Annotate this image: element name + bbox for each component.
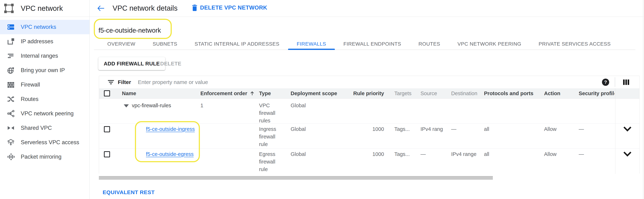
help-glyph: ?	[604, 79, 607, 85]
column-header-action[interactable]: Action	[544, 88, 560, 98]
product-title: VPC network	[21, 4, 63, 12]
shared-vpc-icon	[6, 124, 15, 132]
sidebar-item-label: VPC network peering	[21, 110, 74, 117]
page-title: VPC network details	[112, 4, 178, 12]
tab-vpc-network-peering[interactable]: VPC NETWORK PEERING	[449, 38, 530, 50]
cell-type: Egress firewall rule	[259, 150, 285, 173]
column-header-deployment-scope[interactable]: Deployment scope	[290, 88, 337, 98]
filter-icon	[107, 79, 114, 86]
tab-routes[interactable]: ROUTES	[410, 38, 449, 50]
filter-bar: Filter ?	[99, 76, 639, 88]
page-header: VPC network details DELETE VPC NETWORK	[90, 0, 644, 17]
cell-destination: —	[451, 125, 484, 133]
firewall-rule-link-egress[interactable]: f5-ce-outside-egress	[146, 151, 194, 157]
row-checkbox[interactable]	[104, 151, 110, 157]
tab-subnets[interactable]: SUBNETS	[144, 38, 186, 50]
cell-deployment-scope: Global	[290, 125, 330, 133]
sidebar-item-serverless-vpc-access[interactable]: Serverless VPC access	[0, 135, 90, 150]
cell-action: Allow	[544, 125, 575, 133]
column-header-enforcement-order[interactable]: Enforcement order	[200, 88, 255, 98]
column-header-source[interactable]: Source	[420, 88, 437, 98]
delete-vpc-network-label: DELETE VPC NETWORK	[200, 4, 267, 11]
cell-protocols-and-ports: all	[484, 125, 534, 133]
row-checkbox[interactable]	[104, 126, 110, 132]
sidebar-item-label: Serverless VPC access	[21, 139, 79, 146]
expand-row-chevron-icon[interactable]	[623, 151, 632, 157]
filter-input[interactable]	[138, 79, 408, 85]
cell-type: VPC firewall rules	[259, 102, 285, 124]
collapse-group-icon[interactable]	[124, 104, 129, 107]
cell-rule-priority: 1000	[339, 150, 384, 158]
expand-row-chevron-icon[interactable]	[623, 126, 632, 132]
column-display-icon[interactable]	[622, 79, 630, 86]
sidebar-item-routes[interactable]: Routes	[0, 92, 90, 106]
horizontal-scrollbar[interactable]	[99, 176, 493, 180]
column-header-targets[interactable]: Targets	[394, 88, 412, 98]
cell-deployment-scope: Global	[290, 102, 330, 109]
tab-overview[interactable]: OVERVIEW	[99, 38, 144, 50]
group-name: vpc-firewall-rules	[132, 102, 171, 109]
sidebar: VPC network VPC networks	[0, 0, 90, 199]
tab-static-internal-ip-addresses[interactable]: STATIC INTERNAL IP ADDRESSES	[186, 38, 288, 50]
trash-icon	[192, 4, 198, 11]
sidebar-item-firewall[interactable]: Firewall	[0, 77, 90, 92]
back-arrow-icon[interactable]	[97, 5, 105, 12]
sidebar-item-label: Packet mirroring	[21, 154, 62, 160]
table-row-f5-ce-outside-ingress: f5-ce-outside-ingress Ingress firewall r…	[99, 124, 639, 149]
cell-targets: Tags...	[394, 125, 420, 133]
cell-rule-priority: 1000	[339, 125, 384, 133]
routes-icon	[6, 95, 15, 103]
vpc-networks-icon	[6, 23, 15, 31]
tab-private-services-access[interactable]: PRIVATE SERVICES ACCESS	[530, 38, 620, 50]
cell-deployment-scope: Global	[290, 150, 330, 158]
firewall-rules-table: Filter ? Name Enforcement order Type Dep…	[99, 76, 640, 174]
cell-security-profile-group: —	[579, 125, 614, 133]
sidebar-item-internal-ranges[interactable]: Internal ranges	[0, 49, 90, 63]
column-header-protocols-and-ports[interactable]: Protocols and ports	[484, 88, 534, 98]
firewall-icon	[6, 80, 15, 89]
tab-firewall-endpoints[interactable]: FIREWALL ENDPOINTS	[335, 38, 410, 50]
ip-addresses-icon	[6, 37, 15, 46]
sidebar-item-vpc-network-peering[interactable]: VPC network peering	[0, 106, 90, 121]
column-header-security-profile-group[interactable]: Security profile gro	[579, 88, 614, 98]
toolbar-divider	[615, 77, 615, 87]
serverless-vpc-access-icon	[6, 138, 15, 147]
tab-firewalls[interactable]: FIREWALLS	[288, 38, 335, 50]
add-firewall-rule-button[interactable]: ADD FIREWALL RULE	[98, 57, 165, 70]
column-header-name[interactable]: Name	[122, 88, 136, 98]
column-header-destination[interactable]: Destination	[451, 88, 477, 98]
cell-targets: Tags...	[394, 150, 420, 158]
sidebar-item-vpc-networks[interactable]: VPC networks	[0, 20, 90, 34]
column-header-type[interactable]: Type	[259, 88, 271, 98]
table-row-group-vpc-firewall-rules: vpc-firewall-rules 1 VPC firewall rules …	[99, 99, 639, 124]
sort-ascending-icon	[250, 91, 255, 96]
equivalent-rest-link[interactable]: EQUIVALENT REST	[103, 189, 154, 196]
cell-source: IPv4 rang	[420, 125, 448, 133]
vpc-network-logo-icon	[4, 3, 14, 13]
vpc-network-details-page: VPC network VPC networks	[0, 0, 644, 199]
sidebar-item-shared-vpc[interactable]: Shared VPC	[0, 121, 90, 135]
sidebar-item-label: Firewall	[21, 81, 40, 88]
sidebar-item-ip-addresses[interactable]: IP addresses	[0, 34, 90, 49]
column-header-rule-priority[interactable]: Rule priority	[339, 88, 384, 98]
internal-ranges-icon	[6, 51, 15, 60]
sidebar-item-packet-mirroring[interactable]: Packet mirroring	[0, 150, 90, 164]
sidebar-item-label: Internal ranges	[21, 53, 58, 59]
table-header-row: Name Enforcement order Type Deployment s…	[99, 88, 639, 99]
help-icon[interactable]: ?	[602, 79, 609, 86]
cell-action: Allow	[544, 150, 575, 158]
sidebar-nav: VPC networks IP addresses Internal	[0, 20, 90, 164]
cell-security-profile-group: —	[579, 150, 614, 158]
network-name: f5-ce-outside-network	[98, 27, 161, 34]
vpc-network-peering-icon	[6, 109, 15, 118]
select-all-checkbox[interactable]	[104, 90, 110, 96]
firewall-rule-link-ingress[interactable]: f5-ce-outside-ingress	[146, 126, 195, 132]
cell-enforcement-order: 1	[200, 102, 203, 109]
cell-type: Ingress firewall rule	[259, 125, 285, 148]
sidebar-item-bring-your-own-ip[interactable]: Bring your own IP	[0, 63, 90, 77]
delete-rule-button[interactable]: DELETE	[160, 57, 181, 70]
bring-your-own-ip-icon	[6, 66, 15, 75]
cell-destination: IPv4 range	[451, 150, 484, 158]
cell-source: —	[420, 150, 448, 158]
delete-vpc-network-button[interactable]: DELETE VPC NETWORK	[192, 4, 267, 11]
